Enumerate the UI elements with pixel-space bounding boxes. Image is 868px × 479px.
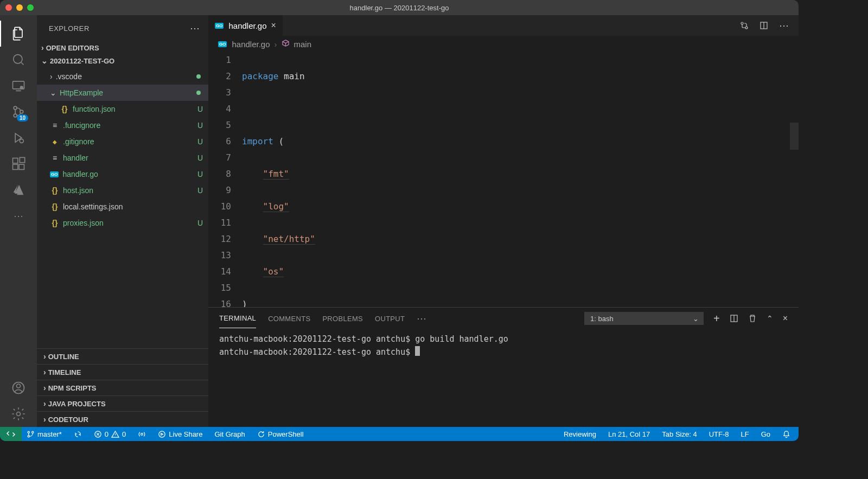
panel-more-icon[interactable]: ⋯ — [417, 307, 426, 330]
activity-accounts[interactable] — [5, 375, 31, 401]
activity-explorer[interactable] — [5, 21, 31, 47]
terminal-selector[interactable]: 1: bash — [584, 312, 704, 325]
tab-actions: ⋯ — [740, 15, 799, 36]
activity-scm[interactable]: 10 — [5, 99, 31, 125]
file-label: local.settings.json — [63, 202, 123, 211]
activity-extensions[interactable] — [5, 151, 31, 177]
error-count: 0 — [105, 430, 108, 438]
activity-search[interactable] — [5, 47, 31, 73]
status-live-share[interactable]: Live Share — [155, 427, 205, 441]
git-status-u: U — [197, 105, 203, 113]
split-editor-icon[interactable] — [760, 21, 768, 30]
file-host-json[interactable]: {} host.json U — [37, 182, 208, 199]
file-proxies-json[interactable]: {} proxies.json U — [37, 215, 208, 231]
new-terminal-icon[interactable]: + — [713, 312, 720, 325]
json-icon: {} — [60, 105, 69, 113]
status-problems[interactable]: 0 0 — [91, 427, 129, 441]
compare-changes-icon[interactable] — [740, 21, 749, 30]
status-notifications[interactable] — [780, 427, 793, 441]
open-editors-label: OPEN EDITORS — [46, 44, 99, 52]
close-window-button[interactable] — [5, 4, 12, 11]
remote-icon — [11, 78, 26, 93]
file-local-settings[interactable]: {} local.settings.json — [37, 199, 208, 215]
terminal-body[interactable]: antchu-macbook:20201122-test-go antchu$ … — [208, 329, 799, 427]
panel-tab-output[interactable]: OUTPUT — [375, 309, 405, 328]
outline-label: OUTLINE — [48, 353, 79, 361]
java-projects-section[interactable]: ›JAVA PROJECTS — [37, 395, 208, 411]
branch-icon — [27, 430, 35, 438]
status-language[interactable]: Go — [758, 427, 773, 441]
folder-label: HttpExample — [60, 88, 103, 97]
maximize-window-button[interactable] — [27, 4, 34, 11]
status-encoding[interactable]: UTF-8 — [706, 427, 732, 441]
status-tab-size[interactable]: Tab Size: 4 — [659, 427, 699, 441]
split-terminal-icon[interactable] — [730, 314, 738, 323]
status-branch[interactable]: master* — [24, 427, 65, 441]
project-section[interactable]: ⌄ 20201122-TEST-GO — [37, 54, 208, 67]
open-editors-section[interactable]: › OPEN EDITORS — [37, 41, 208, 54]
svg-rect-8 — [13, 164, 18, 169]
status-git-graph[interactable]: Git Graph — [212, 427, 247, 441]
file-label: handler.go — [62, 170, 98, 178]
activity-azure[interactable] — [5, 177, 31, 203]
panel-tab-problems[interactable]: PROBLEMS — [322, 309, 363, 328]
file-label: function.json — [73, 105, 116, 113]
json-icon: {} — [50, 186, 60, 195]
npm-label: NPM SCRIPTS — [48, 384, 97, 392]
code-editor[interactable]: 12345678910111213141516 package main imp… — [208, 52, 799, 307]
breadcrumb-separator: › — [275, 40, 277, 49]
close-panel-icon[interactable]: × — [783, 314, 788, 323]
eol-label: LF — [741, 430, 749, 438]
npm-scripts-section[interactable]: ›NPM SCRIPTS — [37, 380, 208, 395]
folder-httpexample[interactable]: ⌄ HttpExample — [37, 85, 208, 101]
timeline-label: TIMELINE — [48, 368, 81, 376]
svg-point-22 — [32, 431, 34, 433]
tab-handler-go[interactable]: GO handler.go × — [208, 15, 283, 36]
kill-terminal-icon[interactable] — [748, 314, 757, 323]
folder-vscode[interactable]: › .vscode — [37, 68, 208, 85]
panel-tab-comments[interactable]: COMMENTS — [268, 309, 310, 328]
outline-section[interactable]: ›OUTLINE — [37, 348, 208, 364]
timeline-section[interactable]: ›TIMELINE — [37, 364, 208, 380]
files-icon — [11, 26, 26, 41]
status-reviewing[interactable]: Reviewing — [561, 427, 599, 441]
editor-area: GO handler.go × ⋯ GO handler.go › main 1… — [208, 15, 799, 427]
minimize-window-button[interactable] — [16, 4, 23, 11]
breadcrumb[interactable]: GO handler.go › main — [208, 36, 799, 52]
status-eol[interactable]: LF — [738, 427, 751, 441]
status-sync[interactable] — [71, 427, 85, 441]
modified-dot — [196, 74, 201, 79]
file-handler[interactable]: ≡ handler U — [37, 150, 208, 166]
activity-settings[interactable] — [5, 401, 31, 427]
warning-icon — [111, 430, 119, 438]
search-icon — [11, 52, 26, 67]
status-cursor-position[interactable]: Ln 21, Col 17 — [605, 427, 653, 441]
close-tab-icon[interactable]: × — [271, 21, 276, 30]
line-gutter: 12345678910111213141516 — [208, 52, 242, 307]
remote-button[interactable] — [0, 427, 22, 441]
git-status-u: U — [197, 170, 203, 178]
activity-more[interactable]: ⋯ — [5, 203, 31, 229]
editor-more-icon[interactable]: ⋯ — [779, 20, 789, 31]
svg-point-25 — [159, 431, 165, 437]
codetour-section[interactable]: ›CODETOUR — [37, 411, 208, 427]
sidebar-more-icon[interactable]: ⋯ — [190, 22, 200, 34]
minimap-slider[interactable] — [790, 123, 799, 150]
activity-run-debug[interactable] — [5, 125, 31, 151]
status-powershell[interactable]: PowerShell — [254, 427, 307, 441]
panel: TERMINAL COMMENTS PROBLEMS OUTPUT ⋯ 1: b… — [208, 307, 799, 427]
file-handler-go[interactable]: GO handler.go U — [37, 166, 208, 182]
svg-point-24 — [141, 433, 143, 435]
file-funcignore[interactable]: ≡ .funcignore U — [37, 117, 208, 133]
terminal-cursor — [415, 346, 420, 356]
svg-point-14 — [741, 22, 743, 24]
file-gitignore[interactable]: ◆ .gitignore U — [37, 133, 208, 150]
panel-tab-terminal[interactable]: TERMINAL — [219, 309, 256, 328]
maximize-panel-icon[interactable]: ⌃ — [767, 314, 773, 323]
activity-remote-explorer[interactable] — [5, 73, 31, 99]
svg-point-5 — [20, 110, 23, 113]
reviewing-label: Reviewing — [564, 430, 596, 438]
status-port-forward[interactable] — [135, 427, 149, 441]
file-function-json[interactable]: {} function.json U — [37, 101, 208, 117]
file-tree: › .vscode ⌄ HttpExample {} function.json… — [37, 67, 208, 348]
